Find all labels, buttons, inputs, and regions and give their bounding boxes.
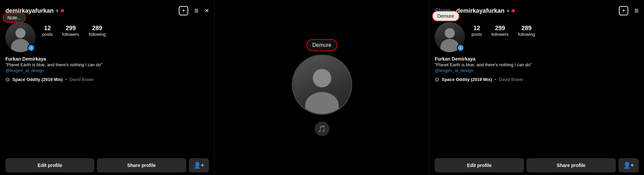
right-add-symbol: + — [622, 7, 626, 14]
right-music-track: Space Oddity (2019 Mix) — [442, 77, 492, 82]
right-music-icon: ⊙ — [435, 76, 439, 83]
right-posts-count: 12 — [474, 25, 480, 32]
middle-music-note-icon: 🎵 — [318, 125, 326, 133]
right-posts-label: posts — [472, 32, 482, 37]
left-header: demirkayafurkan ∨ + ≡ × — [0, 0, 214, 19]
left-share-profile-button[interactable]: Share profile — [97, 158, 186, 172]
left-add-symbol: + — [182, 7, 185, 14]
left-avatar-add-button[interactable]: + — [28, 44, 35, 52]
left-header-icons: + ≡ × — [179, 6, 209, 15]
left-music-icon: ⊙ — [5, 76, 10, 83]
left-add-friend-icon: 👤+ — [194, 162, 205, 169]
left-menu-icon[interactable]: ≡ — [194, 6, 199, 15]
right-music-artist: David Bowie — [499, 77, 523, 82]
right-following-count: 289 — [522, 25, 532, 32]
left-bio-handle[interactable]: @texgen_ai_design — [5, 68, 209, 73]
right-share-profile-button[interactable]: Share profile — [527, 158, 616, 172]
right-bio-quote: "Planet Earth is blue, and there's nothi… — [435, 62, 639, 67]
left-followers-label: followers — [62, 32, 79, 37]
middle-music-button[interactable]: 🎵 — [315, 121, 329, 136]
left-stat-followers[interactable]: 299 followers — [62, 25, 79, 37]
left-bio-section: Furkan Demirkaya "Planet Earth is blue, … — [0, 55, 214, 75]
left-add-icon[interactable]: + — [179, 6, 188, 15]
middle-story-avatar[interactable] — [292, 55, 352, 115]
left-posts-label: posts — [42, 32, 53, 37]
right-panel: Share demirkayafurkan ∨ + ≡ Demure + — [429, 0, 644, 175]
right-buttons-section: Edit profile Share profile 👤+ — [429, 156, 644, 175]
right-edit-profile-button[interactable]: Edit profile — [435, 158, 524, 172]
right-music-sep: • — [495, 77, 496, 82]
right-menu-icon[interactable]: ≡ — [634, 6, 639, 15]
middle-panel: Demure 🎵 — [215, 0, 429, 175]
middle-note-text: Demure — [312, 42, 331, 48]
left-music-section[interactable]: ⊙ Space Oddity (2019 Mix) • David Bowie — [0, 75, 214, 85]
right-note-text: Demure — [437, 13, 454, 19]
left-edit-profile-button[interactable]: Edit profile — [5, 158, 94, 172]
right-username[interactable]: demirkayafurkan ∨ — [456, 7, 515, 14]
right-username-text: demirkayafurkan — [456, 7, 504, 14]
right-following-label: following — [518, 32, 535, 37]
right-followers-count: 299 — [495, 25, 505, 32]
left-music-sep: • — [65, 77, 67, 82]
right-add-icon[interactable]: + — [619, 6, 628, 15]
middle-note-bubble[interactable]: Demure — [306, 39, 337, 51]
left-music-track: Space Oddity (2019 Mix) — [12, 77, 63, 82]
right-chevron-icon: ∨ — [506, 8, 509, 13]
right-add-friend-button[interactable]: 👤+ — [619, 158, 639, 172]
left-bio-quote: "Planet Earth is blue, and there's nothi… — [5, 62, 209, 67]
right-profile-section: Demure + 12 posts 299 followers 289 foll… — [429, 19, 644, 55]
right-live-dot — [512, 9, 515, 12]
left-stat-following[interactable]: 289 following — [89, 25, 106, 37]
right-stat-posts: 12 posts — [472, 25, 482, 37]
right-stats: 12 posts 299 followers 289 following — [472, 22, 639, 37]
left-chevron-icon: ∨ — [56, 8, 59, 13]
left-panel: demirkayafurkan ∨ + ≡ × Note... + — [0, 0, 215, 175]
left-stat-posts: 12 posts — [42, 25, 53, 37]
right-followers-label: followers — [491, 32, 508, 37]
right-add-friend-icon: 👤+ — [623, 162, 634, 169]
left-followers-count: 299 — [66, 25, 76, 32]
right-stat-following[interactable]: 289 following — [518, 25, 535, 37]
right-avatar-container: Demure + — [435, 22, 465, 52]
left-live-dot — [61, 9, 64, 12]
left-buttons-section: Edit profile Share profile 👤+ — [0, 156, 214, 175]
left-stats: 12 posts 299 followers 289 following — [42, 22, 209, 37]
left-posts-count: 12 — [44, 25, 51, 32]
right-note-bubble[interactable]: Demure — [432, 11, 460, 21]
right-bio-name: Furkan Demirkaya — [435, 56, 639, 62]
left-following-label: following — [89, 32, 106, 37]
left-close-icon[interactable]: × — [205, 6, 209, 15]
right-stat-followers[interactable]: 299 followers — [491, 25, 508, 37]
right-bio-section: Furkan Demirkaya "Planet Earth is blue, … — [429, 55, 644, 75]
left-note-text: Note... — [7, 15, 21, 20]
left-following-count: 289 — [92, 25, 102, 32]
right-header-icons: + ≡ — [619, 6, 639, 15]
left-note-bubble[interactable]: Note... — [3, 13, 26, 23]
left-add-friend-button[interactable]: 👤+ — [189, 158, 209, 172]
left-bio-name: Furkan Demirkaya — [5, 56, 209, 62]
left-profile-section: Note... + 12 posts 299 followers 289 fol… — [0, 19, 214, 55]
left-avatar-container: Note... + — [5, 22, 36, 52]
left-music-artist: David Bowie — [69, 77, 94, 82]
right-bio-handle[interactable]: @texgen_ai_design — [435, 68, 639, 73]
right-header: Share demirkayafurkan ∨ + ≡ — [429, 0, 644, 19]
right-music-section[interactable]: ⊙ Space Oddity (2019 Mix) • David Bowie — [429, 75, 644, 85]
right-avatar-add-button[interactable]: + — [457, 44, 464, 52]
